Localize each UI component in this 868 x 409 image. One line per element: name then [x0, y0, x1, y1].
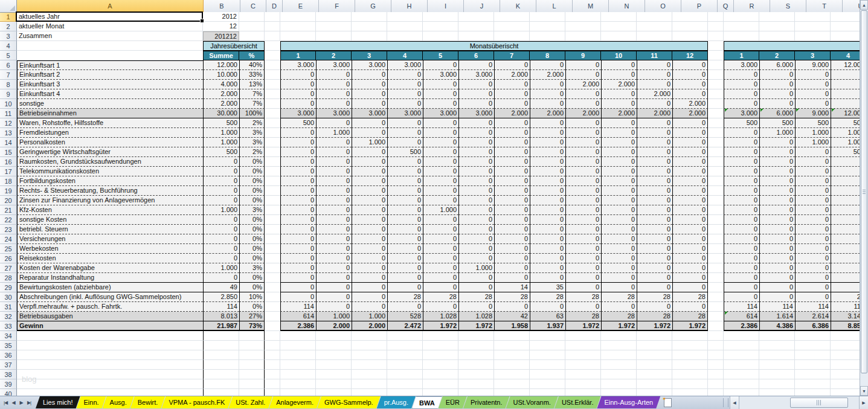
cell-I13[interactable]: 0 — [423, 128, 458, 138]
cell-U21[interactable]: 0 — [831, 205, 860, 215]
cell-G23[interactable]: 0 — [352, 225, 387, 234]
cell-S22[interactable]: 0 — [759, 215, 795, 225]
cell-C8[interactable]: 13% — [239, 80, 265, 89]
cell-S21[interactable]: 0 — [759, 205, 795, 215]
vertical-scroll-thumb[interactable] — [861, 10, 867, 373]
cell-R40[interactable] — [724, 389, 759, 396]
row-header-33[interactable]: 33 — [0, 321, 17, 331]
cell-D19[interactable] — [265, 186, 280, 196]
cell-B23[interactable]: 0 — [203, 225, 239, 234]
cell-P30[interactable]: 28 — [672, 292, 708, 302]
cell-S32[interactable]: 1.614 — [759, 312, 795, 321]
cell-F28[interactable]: 0 — [316, 273, 352, 283]
cell-H29[interactable]: 0 — [387, 283, 423, 292]
cell-G7[interactable]: 0 — [352, 70, 387, 80]
cell-H8[interactable]: 0 — [387, 80, 423, 89]
cell-T12[interactable]: 500 — [795, 118, 831, 128]
cell-R19[interactable]: 0 — [724, 186, 759, 196]
cell-T40[interactable] — [795, 389, 831, 396]
cell-M10[interactable]: 0 — [565, 99, 601, 109]
cell-K8[interactable]: 0 — [494, 80, 530, 89]
cell-S13[interactable]: 1.000 — [759, 128, 795, 138]
cell-O39[interactable] — [637, 379, 672, 389]
cell-Q21[interactable] — [708, 205, 724, 215]
cell-M16[interactable]: 0 — [565, 157, 601, 167]
cell-T3[interactable] — [795, 31, 831, 41]
cell-J15[interactable]: 0 — [458, 147, 494, 157]
cell-U13[interactable]: 1.000 — [831, 128, 860, 138]
cell-J6[interactable]: 0 — [458, 60, 494, 70]
cell-D37[interactable] — [265, 360, 280, 370]
cell-A37[interactable] — [17, 360, 203, 370]
row-header-8[interactable]: 8 — [0, 80, 17, 89]
cell-G33[interactable]: 2.000 — [352, 321, 387, 331]
cell-Q10[interactable] — [708, 99, 724, 109]
cell-Q15[interactable] — [708, 147, 724, 157]
cell-J27[interactable]: 1.000 — [458, 263, 494, 273]
cell-D18[interactable] — [265, 176, 280, 186]
cell-O7[interactable]: 0 — [637, 70, 672, 80]
cell-S36[interactable] — [759, 350, 795, 360]
cell-G14[interactable]: 1.000 — [352, 138, 387, 147]
sheet-tab-bwa[interactable]: BWA — [412, 396, 442, 409]
cell-Q9[interactable] — [708, 89, 724, 99]
cell-K24[interactable]: 0 — [494, 234, 530, 244]
cell-U22[interactable]: 0 — [831, 215, 860, 225]
cell-B39[interactable] — [203, 379, 239, 389]
cell-Q31[interactable] — [708, 302, 724, 312]
cell-H11[interactable]: 3.000 — [387, 109, 423, 118]
cell-H18[interactable]: 0 — [387, 176, 423, 186]
cell-M5[interactable]: 9 — [565, 51, 601, 60]
cell-N17[interactable]: 0 — [601, 167, 637, 176]
cell-M35[interactable] — [565, 341, 601, 350]
cell-F21[interactable]: 0 — [316, 205, 352, 215]
cell-H26[interactable]: 0 — [387, 254, 423, 263]
cell-H14[interactable]: 0 — [387, 138, 423, 147]
cell-A17[interactable]: Telekommunikationskosten — [17, 167, 203, 176]
cell-R2[interactable] — [724, 22, 759, 31]
cell-H19[interactable]: 0 — [387, 186, 423, 196]
cell-R26[interactable]: 0 — [724, 254, 759, 263]
cell-R10[interactable]: 0 — [724, 99, 759, 109]
cell-O33[interactable]: 1.972 — [637, 321, 672, 331]
column-header-I[interactable]: I — [428, 0, 464, 13]
cell-E26[interactable]: 0 — [280, 254, 316, 263]
cell-N23[interactable]: 0 — [601, 225, 637, 234]
cell-J16[interactable]: 0 — [458, 157, 494, 167]
sheet-tab-ust-zahl[interactable]: USt. Zahl. — [228, 396, 272, 408]
cell-O11[interactable]: 2.000 — [637, 109, 672, 118]
cell-U6[interactable]: 12.000 — [831, 60, 860, 70]
cell-E29[interactable]: 0 — [280, 283, 316, 292]
cell-I20[interactable]: 0 — [423, 196, 458, 205]
cell-S26[interactable]: 0 — [759, 254, 795, 263]
cell-T37[interactable] — [795, 360, 831, 370]
cell-L36[interactable] — [530, 350, 565, 360]
cell-M33[interactable]: 1.972 — [565, 321, 601, 331]
cell-G13[interactable]: 0 — [352, 128, 387, 138]
cell-F22[interactable]: 0 — [316, 215, 352, 225]
cell-L5[interactable]: 8 — [530, 51, 565, 60]
cell-H37[interactable] — [387, 360, 423, 370]
cell-B9[interactable]: 2.000 — [203, 89, 239, 99]
cell-H5[interactable]: 4 — [387, 51, 423, 60]
cell-U25[interactable]: 0 — [831, 244, 860, 254]
cell-H7[interactable]: 0 — [387, 70, 423, 80]
cell-O25[interactable]: 0 — [637, 244, 672, 254]
cell-E11[interactable]: 3.000 — [280, 109, 316, 118]
cell-G2[interactable] — [352, 22, 387, 31]
cell-G28[interactable]: 0 — [352, 273, 387, 283]
row-header-31[interactable]: 31 — [0, 302, 17, 312]
cell-R38[interactable] — [724, 370, 759, 379]
cell-C21[interactable]: 3% — [239, 205, 265, 215]
row-header-1[interactable]: 1 — [0, 12, 17, 22]
cell-F5[interactable]: 2 — [316, 51, 352, 60]
row-header-16[interactable]: 16 — [0, 157, 17, 167]
cell-F18[interactable]: 0 — [316, 176, 352, 186]
cell-A3[interactable]: Zusammen — [17, 31, 203, 41]
cell-O5[interactable]: 11 — [637, 51, 672, 60]
cell-T29[interactable]: 0 — [795, 283, 831, 292]
cell-O3[interactable] — [637, 31, 672, 41]
cell-N9[interactable]: 0 — [601, 89, 637, 99]
cell-K16[interactable]: 0 — [494, 157, 530, 167]
cell-Q18[interactable] — [708, 176, 724, 186]
